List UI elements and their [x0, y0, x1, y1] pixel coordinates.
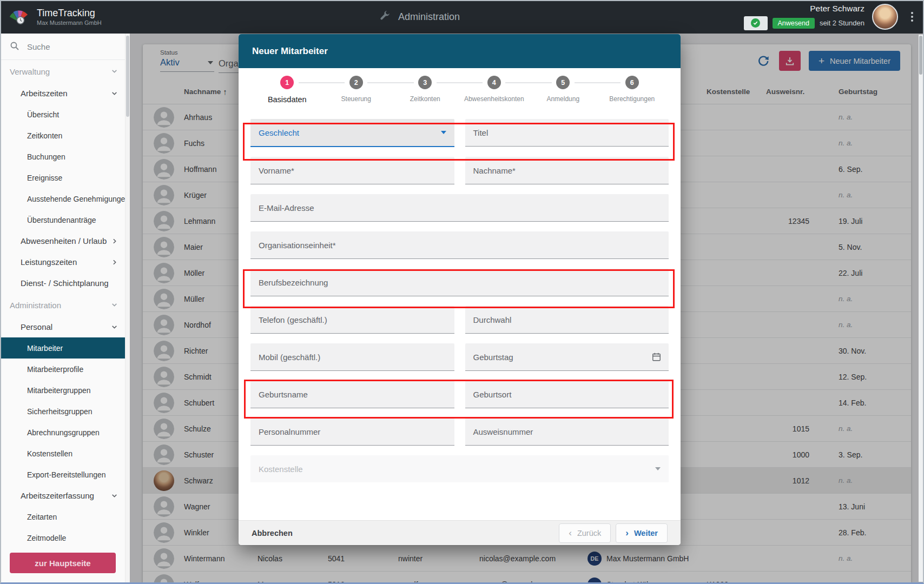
wizard-step-2[interactable]: 2Steuerung [322, 76, 391, 104]
ausweisnummer-field[interactable]: Ausweisnummer [465, 418, 669, 446]
vorname-field[interactable]: Vorname* [250, 157, 454, 184]
geburtstag-field[interactable]: Geburtstag [465, 343, 669, 371]
sidebar-item-mitarbeiter[interactable]: Mitarbeiter [0, 337, 130, 359]
wizard-step-5[interactable]: 5Anmeldung [529, 76, 598, 104]
durchwahl-field[interactable]: Durchwahl [465, 306, 669, 334]
geschlecht-select[interactable]: Geschlecht [250, 119, 454, 147]
sidebar-item-label: Mitarbeitergruppen [27, 386, 91, 395]
sidebar-item-label: Kostenstellen [27, 449, 72, 458]
sidebar-item-label: Export-Bereitstellungen [27, 470, 106, 479]
sidebar-item-personal[interactable]: Personal [0, 316, 130, 337]
sidebar-item-abwesenheiten-urlaub[interactable]: Abwesenheiten / Urlaub [0, 230, 130, 251]
kebab-menu-icon[interactable] [906, 9, 919, 25]
nachname-field[interactable]: Nachname* [465, 157, 669, 184]
chevron-right-icon: › [625, 528, 629, 537]
sidebar-item-label: Sicherheitsgruppen [27, 407, 93, 416]
back-button[interactable]: ‹ Zurück [559, 523, 611, 543]
dialog-header: Neuer Mitarbeiter [239, 34, 681, 68]
sidebar-item-ereignisse[interactable]: Ereignisse [0, 167, 130, 188]
sidebar-item-zeitkonten[interactable]: Zeitkonten [0, 125, 130, 146]
sidebar-search-input[interactable]: Suche [0, 34, 130, 60]
chevron-right-icon [111, 258, 118, 266]
step-label: Abwesenheitskonten [464, 95, 524, 103]
sidebar-item-kostenstellen[interactable]: Kostenstellen [0, 443, 130, 464]
sidebar-item-mitarbeiterprofile[interactable]: Mitarbeiterprofile [0, 359, 130, 380]
personalnummer-field[interactable]: Personalnummer [250, 418, 454, 446]
new-employee-dialog: Neuer Mitarbeiter 1Basisdaten2Steuerung3… [239, 34, 681, 545]
sidebar-item-übersicht[interactable]: Übersicht [0, 104, 130, 125]
sidebar-item-label: Dienst- / Schichtplanung [21, 278, 109, 288]
sidebar-item-buchungen[interactable]: Buchungen [0, 146, 130, 167]
field-label: Geburtsort [473, 390, 512, 399]
wizard-step-4[interactable]: 4Abwesenheitskonten [460, 76, 529, 104]
chevron-down-icon [111, 90, 118, 97]
geburtsname-field[interactable]: Geburtsname [250, 381, 454, 408]
sidebar-item-label: Leistungszeiten [21, 257, 77, 267]
sidebar-scrollbar[interactable] [125, 34, 130, 584]
sidebar-item-label: Zeitarten [27, 513, 57, 521]
sidebar-item-ausstehende-genehmigungen[interactable]: Ausstehende Genehmigungen [0, 188, 130, 209]
telefon-field[interactable]: Telefon (geschäftl.) [250, 306, 454, 334]
mobil-field[interactable]: Mobil (geschäftl.) [250, 343, 454, 371]
field-label: Mobil (geschäftl.) [259, 353, 320, 362]
sidebar: Suche VerwaltungArbeitszeitenÜbersichtZe… [0, 34, 130, 584]
to-main-page-button[interactable]: zur Hauptseite [10, 553, 116, 573]
step-label: Basisdaten [268, 95, 307, 104]
calendar-icon[interactable] [651, 352, 662, 362]
wizard-step-1[interactable]: 1Basisdaten [253, 76, 322, 104]
sidebar-item-arbeitszeiten[interactable]: Arbeitszeiten [0, 83, 130, 104]
presence-check-button[interactable] [744, 16, 768, 30]
sidebar-item-administration[interactable]: Administration [0, 294, 130, 316]
app-title: TimeTracking [37, 8, 102, 18]
sidebar-item-label: Mitarbeiter [27, 344, 63, 353]
page-scrollbar[interactable] [919, 35, 923, 582]
field-label: Berufsbezeichnung [259, 278, 328, 287]
dialog-footer: Abbrechen ‹ Zurück › Weiter [239, 520, 681, 545]
geburtsort-field[interactable]: Geburtsort [465, 381, 669, 408]
chevron-down-icon [111, 492, 118, 499]
sidebar-item-export-bereitstellungen[interactable]: Export-Bereitstellungen [0, 464, 130, 485]
wizard-step-6[interactable]: 6Berechtigungen [598, 76, 667, 104]
dialog-form: Geschlecht Titel Vorname* Nachname* E-Ma… [239, 104, 681, 482]
sidebar-item-mitarbeitergruppen[interactable]: Mitarbeitergruppen [0, 380, 130, 401]
sidebar-item-sicherheitsgruppen[interactable]: Sicherheitsgruppen [0, 401, 130, 422]
field-label: Geburtsname [259, 390, 308, 399]
sidebar-item-label: Abwesenheiten / Urlaub [21, 236, 107, 245]
cancel-button[interactable]: Abbrechen [252, 529, 293, 537]
chevron-left-icon: ‹ [569, 528, 572, 537]
sidebar-item-abrechnungsgruppen[interactable]: Abrechnungsgruppen [0, 422, 130, 443]
sidebar-item-zeitmodelle[interactable]: Zeitmodelle [0, 527, 130, 548]
app-header: TimeTracking Max Mustermann GmbH Adminis… [0, 0, 924, 34]
berufsbezeichnung-field[interactable]: Berufsbezeichnung [250, 269, 669, 296]
sidebar-item-verwaltung[interactable]: Verwaltung [0, 60, 130, 83]
sidebar-item-label: Zeitmodelle [27, 534, 66, 542]
presence-since: seit 2 Stunden [820, 19, 864, 27]
sidebar-item-zeitarten[interactable]: Zeitarten [0, 506, 130, 527]
step-number: 4 [487, 76, 501, 89]
next-button[interactable]: › Weiter [616, 523, 668, 543]
sidebar-item-label: Verwaltung [10, 67, 50, 76]
field-label: Ausweisnummer [473, 427, 533, 436]
organisationseinheit-field[interactable]: Organisationseinheit* [250, 231, 669, 259]
titel-field[interactable]: Titel [465, 119, 669, 147]
user-avatar[interactable] [872, 4, 898, 30]
check-icon [751, 18, 760, 28]
chevron-right-icon [111, 237, 118, 244]
email-field[interactable]: E-Mail-Adresse [250, 194, 669, 222]
app-brand: TimeTracking Max Mustermann GmbH [0, 4, 102, 29]
sidebar-item-label: Arbeitszeiterfassung [21, 491, 94, 500]
sidebar-item-dienst-schichtplanung[interactable]: Dienst- / Schichtplanung [0, 273, 130, 294]
sidebar-item-label: Administration [10, 301, 61, 310]
step-number: 6 [625, 76, 639, 89]
sidebar-item-label: Abrechnungsgruppen [27, 428, 100, 437]
sidebar-item-label: Mitarbeiterprofile [27, 365, 83, 374]
kostenstelle-select[interactable]: Kostenstelle [250, 455, 669, 482]
sidebar-item-arbeitszeiterfassung[interactable]: Arbeitszeiterfassung [0, 485, 130, 506]
sidebar-item-überstundenanträge[interactable]: Überstundenanträge [0, 209, 130, 230]
sidebar-item-leistungszeiten[interactable]: Leistungszeiten [0, 251, 130, 273]
dialog-title: Neuer Mitarbeiter [252, 46, 328, 57]
wizard-step-3[interactable]: 3Zeitkonten [391, 76, 460, 104]
step-number: 1 [280, 76, 294, 89]
sidebar-item-label: Buchungen [27, 152, 65, 161]
user-name: Peter Schwarz [810, 4, 864, 14]
